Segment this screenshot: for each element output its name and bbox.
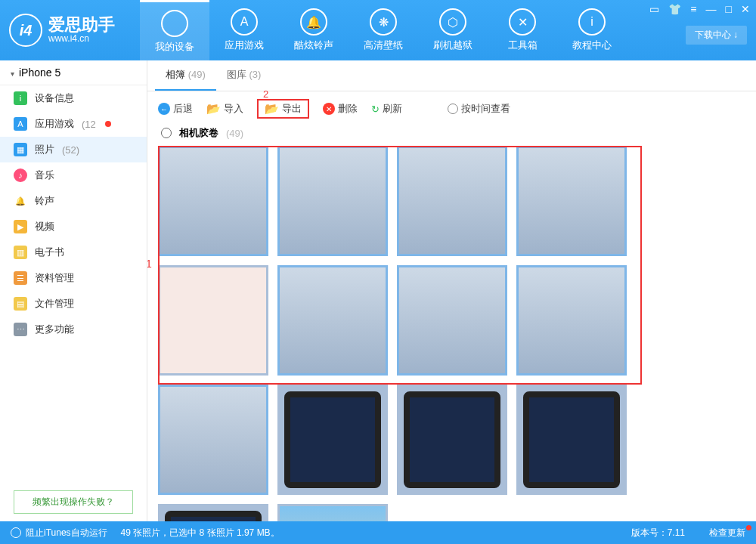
nav-flash[interactable]: ⬡刷机越狱 [418,0,488,60]
maximize-icon[interactable]: □ [726,3,732,15]
sidebar-item-ringtones[interactable]: 🔔铃声 [0,188,147,214]
annotation-2: 2 [263,88,268,100]
sidebar-item-photos[interactable]: ▦照片(52) [0,137,147,162]
refresh-button[interactable]: ↻刷新 [371,102,402,116]
skin-icon[interactable]: 👕 [668,3,681,15]
view-by-time-button[interactable]: 按时间查看 [448,102,510,116]
info-icon: i [578,8,606,36]
photo-grid [158,146,745,521]
photo-thumb[interactable] [158,504,268,521]
album-count: (49) [226,128,243,139]
wrench-icon: ✕ [509,8,536,36]
apple-icon [161,10,188,37]
app-logo: i4 爱思助手 www.i4.cn [0,14,140,47]
sidebar-item-more[interactable]: ⋯更多功能 [0,317,147,342]
close-icon[interactable]: ✕ [741,3,750,15]
more-icon: ⋯ [14,323,27,336]
sidebar-item-data[interactable]: ☰资料管理 [0,265,147,291]
album-header: 相机胶卷 (49) [147,126,756,146]
feedback-icon[interactable]: ▭ [649,3,659,15]
nav-wallpapers[interactable]: ❋高清壁纸 [349,0,418,60]
sub-tabs: 相簿 (49) 图库 (3) [147,60,756,91]
operation-fail-link[interactable]: 频繁出现操作失败？ [14,490,133,514]
photo-thumb[interactable] [158,265,268,376]
sidebar-item-ebooks[interactable]: ▥电子书 [0,240,147,265]
music-icon: ♪ [14,168,27,182]
photo-thumb[interactable] [158,146,268,256]
bell-icon: 🔔 [14,194,27,208]
tab-albums[interactable]: 相簿 (49) [155,60,216,91]
folder-out-icon: 📂 [265,102,279,116]
photo-thumb[interactable] [516,265,627,376]
delete-button[interactable]: ✕删除 [323,102,358,116]
folder-in-icon: 📂 [206,102,221,116]
flower-icon: ❋ [370,8,397,36]
delete-icon: ✕ [323,103,335,115]
data-icon: ☰ [14,271,27,285]
sidebar-item-files[interactable]: ▤文件管理 [0,291,147,317]
box-icon: ⬡ [439,8,466,36]
photo-thumb[interactable] [397,146,507,256]
nav-my-device[interactable]: 我的设备 [140,0,209,60]
book-icon: ▥ [14,246,27,259]
photo-thumb[interactable] [397,265,507,376]
title-bar: i4 爱思助手 www.i4.cn 我的设备 A应用游戏 🔔酷炫铃声 ❋高清壁纸… [0,0,756,60]
video-icon: ▶ [14,220,27,233]
nav-toolbox[interactable]: ✕工具箱 [488,0,557,60]
menu-icon[interactable]: ≡ [690,3,696,15]
version-label: 版本号：7.11 [631,527,685,539]
itunes-toggle[interactable]: 阻止iTunes自动运行 [11,527,107,539]
check-update-button[interactable]: 检查更新 [709,527,745,539]
minimize-icon[interactable]: — [706,3,717,15]
sidebar: iPhone 5 i设备信息 A应用游戏(12 ▦照片(52) ♪音乐 🔔铃声 … [0,60,147,521]
photo-thumb[interactable] [277,504,388,521]
refresh-icon: ↻ [371,104,380,115]
app-url: www.i4.cn [48,33,115,44]
sidebar-item-device-info[interactable]: i设备信息 [0,85,147,111]
logo-icon: i4 [9,14,42,47]
device-selector[interactable]: iPhone 5 [0,60,147,85]
back-icon: ← [158,103,170,115]
sidebar-item-music[interactable]: ♪音乐 [0,162,147,188]
photo-thumb[interactable] [277,265,388,376]
apps-icon: A [231,8,258,36]
export-button[interactable]: 📂导出 [265,102,302,116]
photo-thumb[interactable] [158,385,268,495]
status-bar: 阻止iTunes自动运行 49 张照片，已选中 8 张照片 1.97 MB。 版… [0,521,756,544]
photo-thumb[interactable] [397,385,507,495]
photo-thumb[interactable] [277,146,388,256]
window-controls: ▭ 👕 ≡ — □ ✕ [649,3,750,15]
apps-icon: A [14,117,27,131]
radio-icon [11,527,21,538]
photo-thumb[interactable] [516,146,627,256]
info-icon: i [14,91,27,105]
radio-icon [448,104,458,114]
back-button[interactable]: ←后退 [158,102,193,116]
main-panel: 相簿 (49) 图库 (3) ←后退 📂导入 2 📂导出 ✕删除 ↻刷新 按时间… [147,60,756,521]
nav-ringtones[interactable]: 🔔酷炫铃声 [279,0,349,60]
badge-dot [105,121,111,127]
selection-status: 49 张照片，已选中 8 张照片 1.97 MB。 [121,527,607,539]
toolbar: ←后退 📂导入 2 📂导出 ✕删除 ↻刷新 按时间查看 [147,91,756,126]
bell-icon: 🔔 [300,8,327,36]
file-icon: ▤ [14,297,27,311]
photo-thumb[interactable] [516,385,627,495]
tab-gallery[interactable]: 图库 (3) [216,60,272,91]
nav-tutorials[interactable]: i教程中心 [557,0,627,60]
photo-icon: ▦ [14,143,27,156]
import-button[interactable]: 📂导入 [206,102,243,116]
sidebar-item-apps[interactable]: A应用游戏(12 [0,111,147,137]
album-name: 相机胶卷 [179,126,218,140]
nav-apps[interactable]: A应用游戏 [209,0,279,60]
download-center-button[interactable]: 下载中心 ↓ [686,26,747,45]
annotation-1: 1 [147,258,152,270]
sidebar-item-video[interactable]: ▶视频 [0,214,147,240]
app-name: 爱思助手 [48,17,115,33]
photo-thumb[interactable] [277,385,388,495]
select-all-radio[interactable] [161,128,172,138]
export-button-highlight: 2 📂导出 [257,99,309,119]
